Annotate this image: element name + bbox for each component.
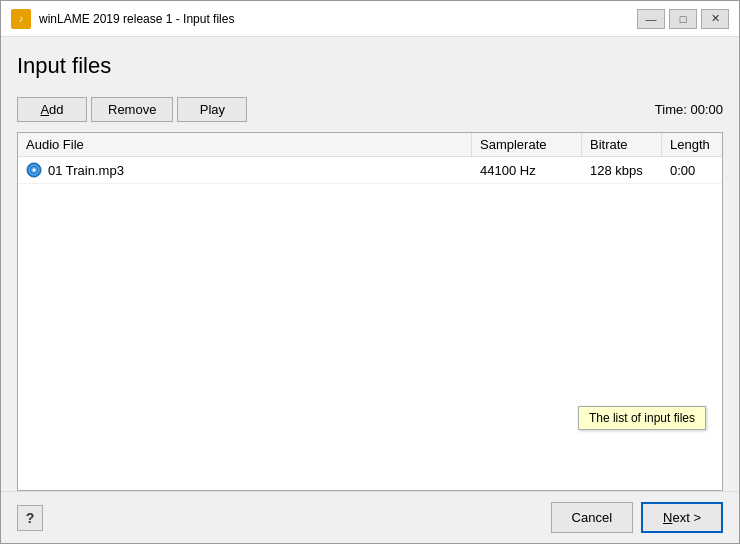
toolbar-left: Add Remove Play xyxy=(17,97,247,122)
next-button[interactable]: Next > xyxy=(641,502,723,533)
table-row[interactable]: 01 Train.mp3 44100 Hz 128 kbps 0:00 xyxy=(18,157,722,184)
cell-bitrate: 128 kbps xyxy=(582,157,662,183)
file-list-header: Audio File Samplerate Bitrate Length xyxy=(18,133,722,157)
play-button[interactable]: Play xyxy=(177,97,247,122)
main-window: ♪ winLAME 2019 release 1 - Input files —… xyxy=(0,0,740,544)
cancel-button[interactable]: Cancel xyxy=(551,502,633,533)
cell-samplerate: 44100 Hz xyxy=(472,157,582,183)
cell-filename: 01 Train.mp3 xyxy=(18,157,472,183)
tooltip: The list of input files xyxy=(578,406,706,430)
toolbar: Add Remove Play Time: 00:00 xyxy=(17,91,723,128)
file-list-container[interactable]: Audio File Samplerate Bitrate Length 01 … xyxy=(17,132,723,491)
window-controls: — □ ✕ xyxy=(637,9,729,29)
page-title: Input files xyxy=(17,53,723,79)
audio-file-icon xyxy=(26,162,42,178)
header-length: Length xyxy=(662,133,722,156)
svg-point-2 xyxy=(33,169,36,172)
time-display: Time: 00:00 xyxy=(655,102,723,117)
header-samplerate: Samplerate xyxy=(472,133,582,156)
footer-buttons: Cancel Next > xyxy=(551,502,723,533)
maximize-button[interactable]: □ xyxy=(669,9,697,29)
title-bar: ♪ winLAME 2019 release 1 - Input files —… xyxy=(1,1,739,37)
app-icon: ♪ xyxy=(11,9,31,29)
close-button[interactable]: ✕ xyxy=(701,9,729,29)
footer: ? Cancel Next > xyxy=(1,491,739,543)
window-title: winLAME 2019 release 1 - Input files xyxy=(39,12,637,26)
content-area: Input files Add Remove Play Time: 00:00 … xyxy=(1,37,739,491)
cell-length: 0:00 xyxy=(662,157,722,183)
help-button[interactable]: ? xyxy=(17,505,43,531)
header-bitrate: Bitrate xyxy=(582,133,662,156)
header-audio-file: Audio File xyxy=(18,133,472,156)
file-list-body: 01 Train.mp3 44100 Hz 128 kbps 0:00 xyxy=(18,157,722,184)
minimize-button[interactable]: — xyxy=(637,9,665,29)
remove-button[interactable]: Remove xyxy=(91,97,173,122)
add-button[interactable]: Add xyxy=(17,97,87,122)
